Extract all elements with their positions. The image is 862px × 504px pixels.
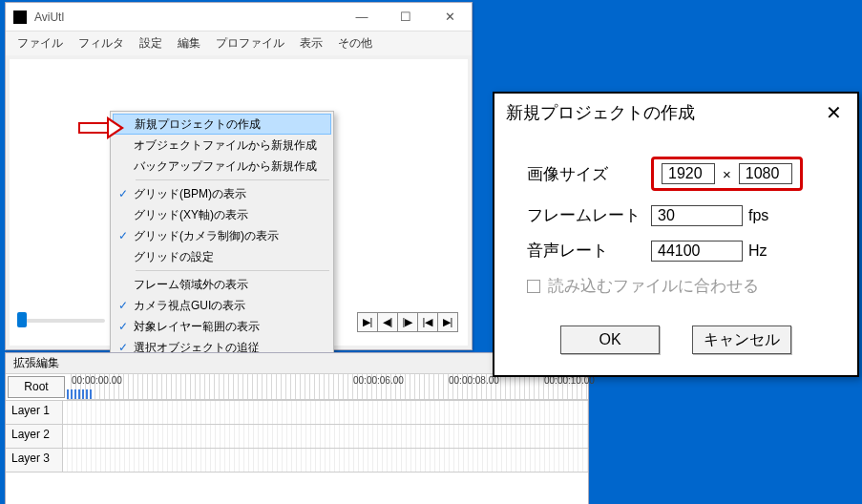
ctx-item-label: グリッドの設定 [132, 249, 214, 265]
check-icon: ✓ [115, 299, 132, 312]
app-icon [13, 10, 27, 24]
check-icon: ✓ [115, 229, 132, 242]
ctx-separator [136, 179, 329, 180]
time-marker: 00:00:08.00 [449, 375, 499, 386]
match-file-checkbox[interactable] [527, 280, 540, 293]
menu-2[interactable]: 設定 [134, 33, 168, 53]
transport-btn-0[interactable]: ▶| [357, 312, 378, 332]
ctx-item-label: グリッド(カメラ制御)の表示 [132, 228, 279, 244]
ctx-item-label: グリッド(BPM)の表示 [132, 186, 246, 202]
menubar: ファイルフィルタ設定編集プロファイル表示その他 [6, 32, 472, 55]
menu-3[interactable]: 編集 [172, 33, 206, 53]
layer-row[interactable]: Layer 1 [6, 401, 588, 425]
seek-slider-rail[interactable] [19, 319, 105, 323]
ctx-item-label: カメラ視点GUIの表示 [132, 298, 245, 314]
layer-label: Layer 1 [6, 401, 63, 424]
ctx-item[interactable]: ✓カメラ視点GUIの表示 [113, 295, 331, 316]
check-icon: ✓ [115, 320, 132, 333]
minimize-button[interactable]: — [340, 3, 384, 32]
layer-row[interactable]: Layer 2 [6, 425, 588, 449]
layer-label: Layer 2 [6, 425, 63, 448]
menu-1[interactable]: フィルタ [73, 33, 130, 53]
ok-button[interactable]: OK [560, 326, 660, 354]
transport-btn-4[interactable]: ▶| [437, 312, 458, 332]
layer-track[interactable] [63, 449, 588, 472]
ctx-item[interactable]: オブジェクトファイルから新規作成 [113, 135, 331, 156]
ctx-item-label: バックアップファイルから新規作成 [132, 158, 317, 175]
annotation-arrow [78, 116, 124, 139]
ctx-item-label: オブジェクトファイルから新規作成 [132, 137, 317, 154]
menu-0[interactable]: ファイル [11, 33, 69, 53]
layer-label: Layer 3 [6, 449, 63, 472]
new-project-dialog: 新規プロジェクトの作成 ✕ 画像サイズ 1920 × 1080 フレームレート … [493, 92, 859, 377]
ctx-item[interactable]: ✓グリッド(BPM)の表示 [113, 183, 331, 204]
framerate-label: フレームレート [527, 204, 651, 226]
menu-6[interactable]: その他 [332, 33, 378, 53]
transport-controls: ▶|◀||▶|◀▶| [358, 312, 458, 332]
timeline-cursor-icon [67, 389, 92, 399]
dialog-close-icon[interactable]: ✕ [821, 100, 846, 125]
ctx-item-label: 新規プロジェクトの作成 [133, 116, 261, 133]
ctx-item[interactable]: フレーム領域外の表示 [113, 274, 331, 295]
layer-track[interactable] [63, 425, 588, 448]
size-mult-label: × [723, 166, 731, 182]
transport-btn-3[interactable]: |◀ [417, 312, 438, 332]
transport-btn-1[interactable]: ◀| [377, 312, 398, 332]
time-marker: 00:00:06.00 [353, 375, 404, 386]
close-button[interactable]: ✕ [428, 3, 472, 32]
ctx-item[interactable]: ✓グリッド(カメラ制御)の表示 [113, 225, 331, 246]
width-input[interactable]: 1920 [662, 163, 715, 184]
ctx-item-label: フレーム領域外の表示 [132, 277, 248, 293]
cancel-button[interactable]: キャンセル [692, 326, 791, 354]
ctx-item[interactable]: 新規プロジェクトの作成 [113, 114, 331, 135]
ctx-item-label: グリッド(XY軸)の表示 [132, 207, 248, 223]
menu-4[interactable]: プロファイル [210, 33, 290, 53]
titlebar: AviUtl — ☐ ✕ [6, 3, 472, 32]
timeline-layers: Layer 1Layer 2Layer 3 [6, 401, 588, 472]
seek-slider-thumb[interactable] [17, 312, 27, 327]
dialog-title: 新規プロジェクトの作成 [506, 101, 821, 124]
framerate-input[interactable]: 30 [651, 205, 743, 226]
height-input[interactable]: 1080 [739, 163, 792, 184]
timeline-ruler[interactable]: 00:00:00.0000:00:06.0000:00:08.0000:00:1… [67, 374, 588, 400]
audiorate-input[interactable]: 44100 [651, 241, 743, 262]
match-file-label: 読み込むファイルに合わせる [548, 275, 759, 297]
ctx-separator [136, 270, 329, 271]
image-size-label: 画像サイズ [527, 163, 651, 185]
transport-btn-2[interactable]: |▶ [397, 312, 418, 332]
menu-5[interactable]: 表示 [294, 33, 328, 53]
image-size-highlight: 1920 × 1080 [651, 157, 803, 191]
time-marker: 00:00:00.00 [72, 375, 122, 386]
timeline-root-button[interactable]: Root [8, 376, 65, 398]
fps-unit: fps [748, 207, 768, 224]
layer-track[interactable] [63, 401, 588, 424]
ctx-item[interactable]: バックアップファイルから新規作成 [113, 156, 331, 177]
app-title: AviUtl [34, 10, 340, 24]
hz-unit: Hz [748, 242, 767, 260]
check-icon: ✓ [115, 187, 132, 200]
ctx-item[interactable]: ✓対象レイヤー範囲の表示 [113, 316, 331, 337]
audiorate-label: 音声レート [527, 240, 651, 262]
maximize-button[interactable]: ☐ [384, 3, 428, 32]
ctx-item[interactable]: グリッドの設定 [113, 246, 331, 267]
ctx-item-label: 対象レイヤー範囲の表示 [132, 319, 260, 335]
layer-row[interactable]: Layer 3 [6, 449, 588, 472]
ctx-item[interactable]: グリッド(XY軸)の表示 [113, 204, 331, 225]
